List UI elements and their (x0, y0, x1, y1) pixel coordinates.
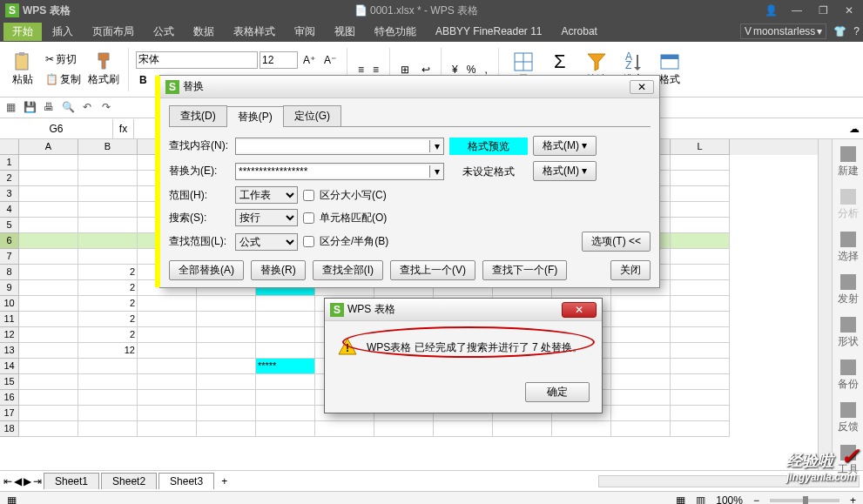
lookin-select[interactable]: 公式 (235, 233, 298, 251)
row-header[interactable]: 7 (0, 249, 19, 265)
cell[interactable] (197, 296, 256, 312)
cell[interactable] (19, 233, 78, 249)
preview-icon[interactable]: 🔍 (61, 101, 75, 115)
cell[interactable] (138, 390, 197, 406)
tab-data[interactable]: 数据 (185, 23, 223, 41)
cell[interactable] (19, 343, 78, 359)
cell[interactable] (671, 218, 730, 233)
column-header[interactable]: A (19, 139, 78, 155)
cell[interactable] (138, 406, 197, 421)
whole-cell-checkbox[interactable] (303, 212, 314, 224)
print-icon[interactable]: 🖶 (42, 101, 56, 115)
cell[interactable] (611, 406, 671, 421)
row-header[interactable]: 6 (0, 233, 19, 249)
save-icon[interactable]: 💾 (23, 101, 37, 115)
cell[interactable] (611, 390, 671, 406)
cell[interactable] (671, 343, 730, 359)
cell[interactable]: 2 (78, 327, 138, 343)
bold-button[interactable]: B (136, 72, 151, 88)
tab-review[interactable]: 审阅 (286, 23, 324, 41)
last-sheet-icon[interactable]: ⇥ (33, 475, 42, 487)
column-header[interactable]: B (78, 139, 138, 155)
row-header[interactable]: 5 (0, 218, 19, 233)
row-header[interactable]: 15 (0, 374, 19, 390)
minimize-button[interactable]: — (788, 4, 806, 17)
replace-all-button[interactable]: 全部替换(A) (169, 260, 244, 280)
cell[interactable] (197, 421, 256, 437)
cell[interactable] (78, 390, 138, 406)
view-page-icon[interactable]: ▥ (696, 494, 705, 505)
cell[interactable] (19, 312, 78, 327)
cell[interactable] (19, 155, 78, 171)
tab-view[interactable]: 视图 (326, 23, 364, 41)
cell[interactable] (78, 421, 138, 437)
tab-find[interactable]: 查找(D) (169, 105, 227, 126)
cell[interactable]: 2 (78, 312, 138, 327)
maximize-button[interactable]: ❐ (814, 4, 832, 17)
cell[interactable] (197, 374, 256, 390)
row-header[interactable]: 13 (0, 343, 19, 359)
cell[interactable] (19, 202, 78, 218)
row-header[interactable]: 11 (0, 312, 19, 327)
find-input[interactable]: ▾ (235, 138, 444, 155)
zoom-in-button[interactable]: + (850, 494, 856, 505)
cell[interactable] (19, 421, 78, 437)
select-all-corner[interactable] (0, 139, 19, 155)
vertical-scrollbar[interactable] (818, 139, 832, 470)
width-checkbox[interactable] (303, 236, 314, 247)
increase-font-button[interactable]: A⁺ (300, 51, 319, 69)
cell[interactable] (19, 359, 78, 374)
sheet-tab-1[interactable]: Sheet1 (44, 473, 99, 489)
row-header[interactable]: 4 (0, 202, 19, 218)
cell[interactable] (78, 186, 138, 202)
decrease-font-button[interactable]: A⁻ (320, 51, 340, 69)
row-header[interactable]: 18 (0, 421, 19, 437)
cell[interactable]: 2 (78, 296, 138, 312)
cell[interactable] (611, 343, 671, 359)
cell[interactable] (374, 421, 434, 437)
cell[interactable] (19, 218, 78, 233)
tab-formula[interactable]: 公式 (145, 23, 183, 41)
row-header[interactable]: 17 (0, 406, 19, 421)
row-header[interactable]: 2 (0, 171, 19, 186)
row-header[interactable]: 16 (0, 390, 19, 406)
first-sheet-icon[interactable]: ⇤ (3, 475, 12, 487)
cell[interactable] (197, 390, 256, 406)
cell[interactable] (138, 296, 197, 312)
dialog-titlebar[interactable]: S 替换 ✕ (160, 76, 659, 98)
font-name-input[interactable] (136, 51, 258, 69)
tab-acrobat[interactable]: Acrobat (553, 24, 606, 39)
row-header[interactable]: 12 (0, 327, 19, 343)
cell[interactable]: 2 (78, 280, 138, 296)
undo-icon[interactable]: ↶ (80, 101, 94, 115)
replace-input[interactable]: ▾ (235, 163, 444, 180)
cell[interactable]: 2 (78, 265, 138, 280)
cell[interactable] (78, 406, 138, 421)
cell[interactable] (256, 406, 315, 421)
cell[interactable] (315, 421, 374, 437)
zoom-level[interactable]: 100% (716, 494, 743, 505)
zoom-slider[interactable] (770, 499, 839, 502)
user-menu[interactable]: Vmoonstarless▾ (740, 24, 826, 39)
cell[interactable]: ***** (256, 359, 315, 374)
side-analyze[interactable]: 分析 (838, 189, 859, 221)
ok-button[interactable]: 确定 (525, 382, 590, 402)
user-icon[interactable]: 👤 (762, 4, 779, 17)
cell[interactable] (611, 374, 671, 390)
replace-one-button[interactable]: 替换(R) (251, 260, 306, 280)
cell[interactable] (78, 171, 138, 186)
cell[interactable] (256, 296, 315, 312)
cell[interactable] (671, 155, 730, 171)
cell[interactable] (197, 406, 256, 421)
cell[interactable] (19, 280, 78, 296)
cell[interactable] (138, 359, 197, 374)
cell[interactable] (671, 374, 730, 390)
cell[interactable] (493, 421, 552, 437)
next-sheet-icon[interactable]: ▶ (24, 475, 31, 487)
cell[interactable] (78, 202, 138, 218)
cell[interactable] (256, 312, 315, 327)
cell[interactable] (78, 233, 138, 249)
side-select[interactable]: 选择 (838, 232, 859, 264)
cell[interactable] (78, 155, 138, 171)
cell[interactable] (671, 327, 730, 343)
